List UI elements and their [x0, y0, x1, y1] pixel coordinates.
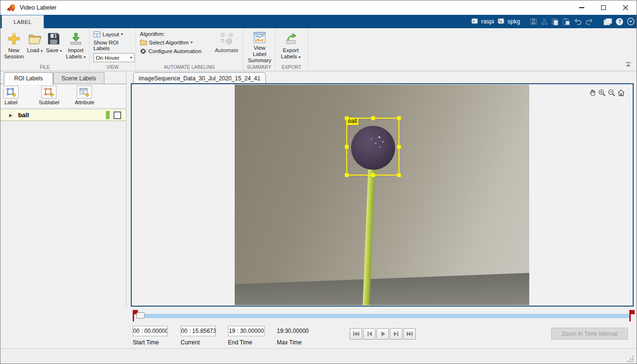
- start-time-input[interactable]: [133, 326, 168, 336]
- zoom-out-icon[interactable]: [607, 88, 616, 97]
- export-labels-button[interactable]: Export Labels ▾: [277, 29, 304, 64]
- rectangle-roi-icon: [114, 111, 121, 119]
- expand-arrow-icon[interactable]: ▶: [9, 113, 12, 118]
- roi-bounding-box[interactable]: ball: [346, 118, 399, 176]
- matlab-logo-icon: [6, 3, 16, 12]
- video-frame[interactable]: ball: [235, 85, 529, 305]
- spkg-icon: [498, 18, 506, 25]
- add-attribute-button[interactable]: Attribute: [75, 86, 94, 105]
- add-label-button[interactable]: Label: [3, 86, 19, 105]
- collapse-ribbon-icon: [626, 62, 631, 63]
- roi-item-name: ball: [18, 111, 29, 119]
- section-title-automate: AUTOMATE LABELING: [136, 65, 243, 70]
- minimize-icon: [579, 7, 584, 8]
- show-roi-labels-label: Show ROI Labels: [93, 40, 135, 51]
- spkg-label: spkg: [508, 18, 520, 25]
- qat-more-icon[interactable]: [627, 18, 635, 25]
- titlebar: Video Labeler: [0, 0, 637, 15]
- raspi-shortcut-button[interactable]: » raspi: [471, 18, 494, 25]
- timeline-scrubber-thumb[interactable]: [136, 312, 145, 319]
- section-title-summary: SUMMARY: [243, 65, 275, 70]
- add-sublabel-icon: [44, 87, 54, 98]
- roi-list-item-ball[interactable]: ▶ ball: [0, 109, 126, 121]
- save-button[interactable]: Save ▾: [45, 29, 64, 64]
- section-title-export: EXPORT: [275, 65, 307, 70]
- video-display[interactable]: ball: [131, 83, 634, 307]
- dropdown-caret: ▾: [121, 32, 123, 37]
- new-session-button[interactable]: New Session: [2, 29, 25, 64]
- bbox-handle-ne[interactable]: [397, 116, 401, 120]
- section-title-view: VIEW: [90, 65, 136, 70]
- help-icon[interactable]: ?: [615, 18, 624, 26]
- tab-scene-labels[interactable]: Scene Labels: [53, 72, 104, 84]
- current-time-input[interactable]: [181, 326, 216, 336]
- close-button[interactable]: [614, 0, 637, 15]
- minimize-button[interactable]: [570, 0, 592, 15]
- timeline-track[interactable]: [138, 314, 631, 318]
- paste-icon[interactable]: [562, 18, 570, 25]
- bbox-handle-se[interactable]: [397, 173, 401, 177]
- add-attribute-icon: [79, 87, 90, 98]
- on-hover-dropdown[interactable]: On Hover▾: [93, 53, 135, 62]
- tab-label[interactable]: LABEL: [1, 15, 44, 28]
- dropdown-caret: ▾: [191, 40, 193, 45]
- go-to-end-icon: [406, 331, 414, 337]
- bbox-handle-s[interactable]: [371, 173, 375, 177]
- redo-icon[interactable]: [585, 18, 594, 25]
- home-icon[interactable]: [617, 88, 626, 97]
- import-labels-button[interactable]: Import Labels ▾: [63, 29, 88, 64]
- dropdown-caret: ▾: [84, 55, 86, 59]
- sequence-tab[interactable]: imageSequence_Data_30_Jul_2020_15_24_41: [133, 72, 266, 84]
- automate-label: Automate: [215, 47, 238, 54]
- dropdown-caret: ▾: [60, 49, 62, 53]
- svg-text:?: ?: [618, 19, 621, 24]
- undo-icon[interactable]: [573, 18, 582, 25]
- view-label-summary-button[interactable]: View Label Summary: [245, 29, 274, 64]
- start-time-label: Start Time: [133, 339, 159, 346]
- pan-hand-icon[interactable]: [588, 88, 597, 97]
- step-forward-icon: [392, 331, 400, 337]
- play-button[interactable]: [376, 328, 389, 340]
- tab-roi-labels[interactable]: ROI Labels: [4, 72, 53, 85]
- quick-access-toolbar: » raspi spkg: [471, 15, 635, 28]
- roi-labels-toolbar: Label Sublabel Attribute: [0, 84, 126, 109]
- bbox-handle-nw[interactable]: [345, 116, 349, 120]
- save-session-icon: [47, 33, 60, 45]
- bbox-handle-w[interactable]: [345, 145, 349, 149]
- end-time-label: End Time: [228, 339, 252, 346]
- automate-button[interactable]: Automate: [212, 29, 241, 64]
- status-strip: [0, 348, 637, 364]
- configure-automation-button[interactable]: Configure Automation: [140, 48, 211, 55]
- export-labels-icon: [284, 32, 298, 45]
- ribbon: New Session Load ▾ Save ▾ Impo: [0, 28, 637, 71]
- select-algorithm-button[interactable]: Select Algorithm▾: [140, 39, 211, 45]
- maximize-button[interactable]: [592, 0, 614, 15]
- close-icon: [623, 5, 628, 11]
- collapse-ribbon-button[interactable]: [624, 62, 633, 69]
- add-label-icon: [6, 87, 16, 98]
- image-overlay-toolbar: [588, 88, 626, 98]
- add-sublabel-label: Sublabel: [39, 99, 59, 105]
- load-button[interactable]: Load ▾: [25, 29, 45, 64]
- dropdown-caret: ▾: [41, 49, 43, 53]
- resize-grip[interactable]: [627, 355, 634, 362]
- go-to-end-button[interactable]: [403, 328, 416, 340]
- save-icon[interactable]: [530, 18, 537, 25]
- go-to-start-button[interactable]: [350, 328, 362, 340]
- spkg-shortcut-button[interactable]: spkg: [498, 18, 520, 25]
- load-icon: [28, 33, 42, 45]
- step-back-button[interactable]: [363, 328, 375, 340]
- window-layout-icon[interactable]: [603, 18, 612, 25]
- bbox-handle-n[interactable]: [371, 116, 375, 120]
- copy-icon[interactable]: [551, 18, 559, 25]
- layout-button[interactable]: Layout▾: [93, 31, 135, 38]
- bbox-handle-sw[interactable]: [345, 173, 349, 177]
- end-time-input[interactable]: [228, 326, 265, 336]
- step-forward-button[interactable]: [390, 328, 402, 340]
- bbox-handle-e[interactable]: [397, 145, 401, 149]
- ribbon-section-summary: View Label Summary SUMMARY: [243, 28, 275, 71]
- cut-icon[interactable]: [541, 18, 548, 25]
- max-time-label: Max Time: [277, 339, 302, 346]
- add-sublabel-button[interactable]: Sublabel: [39, 86, 59, 105]
- zoom-in-icon[interactable]: [598, 88, 606, 97]
